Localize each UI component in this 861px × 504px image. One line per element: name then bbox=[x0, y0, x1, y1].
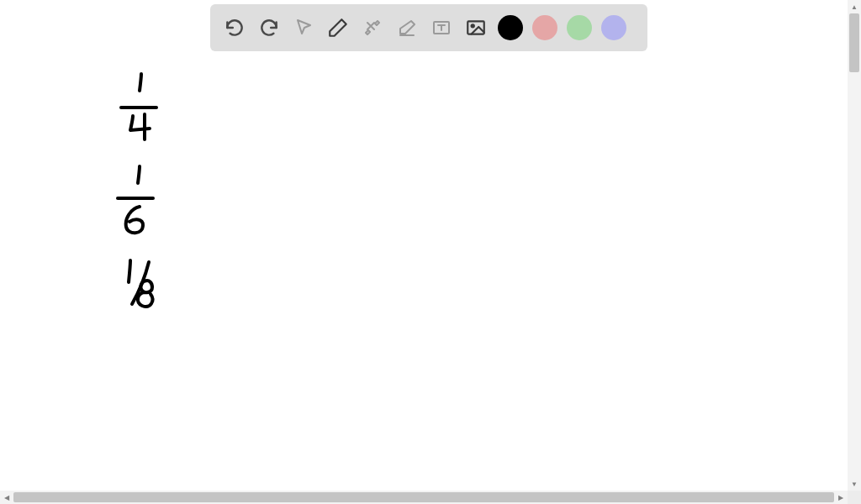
scroll-left-arrow[interactable]: ◀ bbox=[0, 491, 13, 504]
color-purple[interactable] bbox=[601, 15, 626, 40]
scrollbar-corner bbox=[848, 491, 861, 504]
drawing-canvas[interactable] bbox=[0, 0, 848, 491]
tools-button[interactable] bbox=[357, 12, 388, 44]
textbox-button[interactable] bbox=[425, 12, 457, 44]
color-black[interactable] bbox=[498, 15, 523, 40]
pen-button[interactable] bbox=[322, 12, 354, 44]
horizontal-scroll-thumb[interactable] bbox=[13, 492, 834, 502]
redo-button[interactable] bbox=[253, 12, 285, 44]
pointer-button[interactable] bbox=[288, 12, 320, 44]
handwritten-strokes bbox=[109, 67, 177, 319]
eraser-button[interactable] bbox=[391, 12, 423, 44]
scroll-up-arrow[interactable]: ▲ bbox=[848, 0, 861, 13]
vertical-scrollbar[interactable]: ▲ ▼ bbox=[848, 0, 861, 491]
svg-point-2 bbox=[472, 24, 474, 27]
scroll-down-arrow[interactable]: ▼ bbox=[848, 477, 861, 491]
scroll-right-arrow[interactable]: ▶ bbox=[834, 491, 848, 504]
drawing-toolbar bbox=[210, 4, 647, 51]
undo-button[interactable] bbox=[219, 12, 251, 44]
image-button[interactable] bbox=[460, 12, 492, 44]
horizontal-scrollbar[interactable]: ◀ ▶ bbox=[0, 491, 848, 504]
vertical-scroll-thumb[interactable] bbox=[849, 13, 859, 72]
color-pink[interactable] bbox=[532, 15, 557, 40]
color-green[interactable] bbox=[567, 15, 592, 40]
svg-rect-1 bbox=[467, 21, 484, 34]
